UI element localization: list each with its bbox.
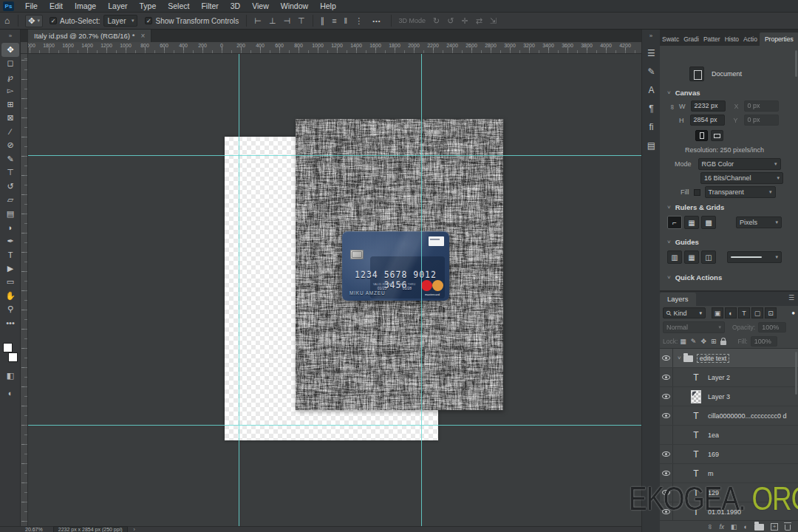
quick-actions-section-header[interactable]: ˅ Quick Actions	[660, 273, 722, 282]
glyphs-panel-icon[interactable]: ﬁ	[642, 117, 661, 136]
landscape-orientation-button[interactable]	[711, 130, 723, 141]
layer-style-icon[interactable]: fx	[719, 523, 724, 531]
lasso-tool[interactable]: ℘	[1, 70, 19, 84]
3d-slide-icon[interactable]: ⇄	[472, 16, 486, 26]
more-options-icon[interactable]: •••	[366, 18, 386, 24]
panel-tab[interactable]: Histo	[723, 33, 741, 46]
height-field[interactable]: 2854 px	[690, 115, 725, 126]
home-icon[interactable]: ⌂	[0, 16, 14, 26]
layers-scrollbar[interactable]	[795, 352, 797, 395]
delete-layer-icon[interactable]	[785, 525, 791, 531]
menu-item[interactable]: Edit	[44, 0, 69, 12]
crop-tool[interactable]: ⊞	[1, 98, 19, 112]
menu-item[interactable]: Help	[314, 0, 342, 12]
distribute-vertical-icon[interactable]: ≡	[328, 16, 340, 25]
vertical-guide-2[interactable]	[421, 54, 422, 526]
menu-item[interactable]: 3D	[225, 0, 246, 12]
canvas-viewport[interactable]: 1234 5678 9012 3456 VALID FROM 01/23 VAL…	[28, 54, 641, 526]
properties-scrollbar[interactable]	[795, 50, 797, 77]
visibility-toggle[interactable]	[660, 406, 673, 425]
horizontal-ruler[interactable]: 2000180016001400120010008006004002000200…	[28, 42, 641, 54]
gradient-tool[interactable]: ▤	[1, 207, 19, 221]
menu-item[interactable]: Filter	[195, 0, 224, 12]
portrait-orientation-button[interactable]	[695, 130, 708, 141]
fill-dropdown[interactable]: Transparent ▾	[705, 186, 776, 198]
horizontal-guide-2[interactable]	[28, 425, 641, 426]
tab-layers[interactable]: Layers	[660, 293, 696, 306]
filter-pixel-layers-button[interactable]: ▣	[712, 307, 723, 318]
rectangle-tool[interactable]: ▭	[1, 276, 19, 290]
canvas-section-header[interactable]: ˅ Canvas	[660, 89, 700, 97]
object-selection-tool[interactable]: ▻	[1, 84, 19, 98]
blend-mode-dropdown[interactable]: Normal ▾	[663, 321, 725, 333]
opacity-field[interactable]: 100%	[758, 322, 786, 332]
rulers-grids-section-header[interactable]: ˅ Rulers & Grids	[660, 203, 724, 211]
toggle-grid-button[interactable]: ▦	[684, 216, 699, 229]
filter-kind-dropdown[interactable]: ⚲ Kind ▾	[663, 307, 706, 318]
filter-shape-layers-button[interactable]: ▢	[751, 307, 763, 318]
layer-row[interactable]: Layer 3	[660, 387, 798, 406]
adjustment-layer-icon[interactable]: ◐	[744, 523, 748, 531]
color-mode-dropdown[interactable]: RGB Color ▾	[698, 158, 781, 170]
filter-smart-objects-button[interactable]: ⊡	[765, 307, 777, 318]
vertical-ruler[interactable]	[21, 54, 28, 526]
zoom-tool[interactable]: ⚲	[1, 303, 19, 317]
layer-row[interactable]: T m	[660, 464, 798, 483]
panel-tab[interactable]: Swatc	[660, 33, 681, 46]
visibility-toggle[interactable]	[660, 426, 673, 444]
filter-type-layers-button[interactable]: T	[738, 307, 750, 318]
toolbar-collapse-icon[interactable]: »	[0, 33, 21, 39]
layer-row[interactable]: T Layer 2	[660, 368, 798, 387]
add-layer-mask-icon[interactable]: ◧	[731, 523, 737, 531]
eraser-tool[interactable]: ▱	[1, 194, 19, 208]
menu-item[interactable]: File	[19, 0, 44, 12]
expand-panels-icon[interactable]: »	[642, 30, 660, 44]
menu-item[interactable]: Type	[133, 0, 162, 12]
menu-item[interactable]: Layer	[102, 0, 133, 12]
align-right-edges-icon[interactable]: ⊣	[279, 16, 294, 26]
distribute-horizontal-icon[interactable]: ∥	[317, 16, 329, 26]
blur-tool[interactable]: ◗	[1, 221, 19, 235]
guides-section-header[interactable]: ˅ Guides	[660, 238, 699, 246]
background-color-swatch[interactable]	[8, 352, 18, 362]
edit-toolbar-button[interactable]: •••	[1, 316, 19, 330]
new-group-icon[interactable]	[754, 524, 764, 531]
menu-item[interactable]: Select	[162, 0, 195, 12]
layer-row[interactable]: T cilla0000000...cccccccc0 d	[660, 406, 798, 426]
align-left-edges-icon[interactable]: ⊢	[250, 16, 265, 26]
color-swatches[interactable]	[3, 343, 18, 362]
clone-source-panel-icon[interactable]: ✎	[642, 62, 661, 81]
lock-transparent-pixels-icon[interactable]: ▦	[680, 338, 686, 345]
healing-brush-tool[interactable]: ⊘	[1, 139, 19, 153]
document-tab[interactable]: Italy id.psd @ 20.7% (RGB/16) * ×	[28, 30, 151, 42]
layer-row-hidden[interactable]: T 1ea	[660, 426, 798, 445]
lock-image-pixels-icon[interactable]: ✎	[691, 338, 697, 345]
3d-roll-icon[interactable]: ↺	[443, 16, 457, 26]
3d-zoom-icon[interactable]: ⇲	[486, 16, 500, 26]
layer-row-group[interactable]: ˅ edite text	[660, 349, 798, 368]
hand-tool[interactable]: ✋	[1, 289, 19, 303]
auto-select-checkbox[interactable]: ✓ Auto-Select:	[50, 17, 100, 25]
rectangular-marquee-tool[interactable]: ◻	[1, 57, 19, 71]
panel-tab[interactable]: Patter	[701, 33, 723, 46]
lock-position-icon[interactable]: ✥	[700, 338, 706, 345]
zoom-level[interactable]: 20.67%	[25, 527, 43, 532]
x-field[interactable]: 0 px	[744, 100, 779, 112]
move-tool[interactable]: ✥	[1, 43, 19, 57]
toggle-snap-button[interactable]: ▩	[701, 216, 716, 229]
close-icon[interactable]: ×	[140, 32, 145, 40]
filter-adjustment-layers-button[interactable]: ◐	[725, 307, 737, 318]
brush-tool[interactable]: ✎	[1, 152, 19, 166]
filtering-toggle[interactable]: ●	[791, 310, 795, 316]
visibility-toggle[interactable]	[660, 483, 673, 502]
vertical-guide-1[interactable]	[239, 54, 239, 526]
history-brush-tool[interactable]: ↺	[1, 180, 19, 194]
layer-row[interactable]: T 169	[660, 445, 798, 464]
expand-group-icon[interactable]: ˅	[678, 355, 681, 361]
guide-style-dropdown[interactable]: ▾	[727, 251, 782, 263]
auto-select-target-dropdown[interactable]: Layer ▾	[103, 15, 137, 27]
frame-tool[interactable]: ⊠	[1, 112, 19, 126]
toggle-rulers-button[interactable]: ⌐	[667, 216, 682, 229]
brush-settings-panel-icon[interactable]: ☰	[642, 44, 661, 62]
toggle-smart-guides-button[interactable]: ▦	[684, 250, 699, 264]
